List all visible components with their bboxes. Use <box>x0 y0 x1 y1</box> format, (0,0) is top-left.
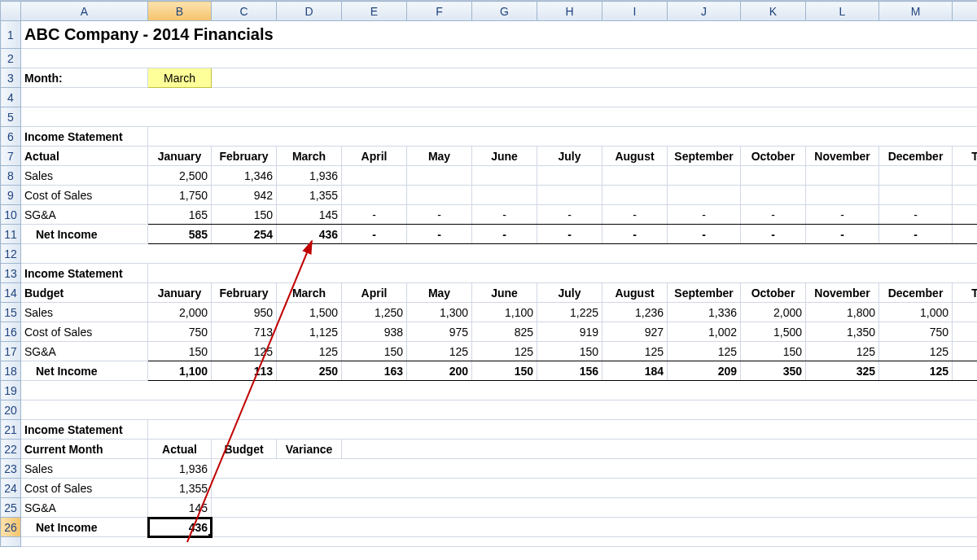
cell[interactable]: 975 <box>407 322 472 342</box>
cell[interactable] <box>472 166 537 186</box>
col-K[interactable]: K <box>741 2 806 21</box>
cell[interactable]: 145 <box>277 205 342 225</box>
cell[interactable]: May <box>407 147 472 166</box>
cell[interactable]: 4,047 <box>953 186 978 205</box>
cell[interactable]: March <box>277 283 342 303</box>
cell[interactable]: 325 <box>806 361 879 381</box>
row-8[interactable]: 8 <box>1 166 21 186</box>
cell[interactable]: 1,500 <box>277 303 342 322</box>
cell[interactable]: August <box>602 147 668 166</box>
cell[interactable]: 1,225 <box>537 303 602 322</box>
cell[interactable]: - <box>602 225 668 244</box>
cell[interactable]: April <box>342 283 407 303</box>
row-17[interactable]: 17 <box>1 342 21 361</box>
col-M[interactable]: M <box>879 2 953 21</box>
row-25[interactable]: 25 <box>1 498 21 518</box>
cell[interactable] <box>741 166 806 186</box>
cell[interactable]: - <box>472 205 537 225</box>
cell[interactable] <box>537 166 602 186</box>
cell[interactable] <box>602 166 668 186</box>
cell[interactable]: 125 <box>407 342 472 361</box>
cell[interactable]: 1,000 <box>879 303 953 322</box>
cell[interactable] <box>806 186 879 205</box>
cell[interactable]: 1,355 <box>277 186 342 205</box>
selected-cell[interactable]: 436 <box>148 518 212 537</box>
cell[interactable]: 927 <box>602 322 668 342</box>
cell[interactable]: 436 <box>277 225 342 244</box>
row-16[interactable]: 16 <box>1 322 21 342</box>
month-cell[interactable]: March <box>148 68 212 88</box>
cell[interactable] <box>342 166 407 186</box>
row-6[interactable]: 6 <box>1 127 21 147</box>
cell[interactable]: 150 <box>148 342 212 361</box>
col-H[interactable]: H <box>537 2 602 21</box>
cell[interactable]: 1,100 <box>148 361 212 381</box>
row-4[interactable]: 4 <box>1 88 21 107</box>
cell[interactable]: November <box>806 147 879 166</box>
cell[interactable]: September <box>668 283 741 303</box>
cell[interactable]: 200 <box>407 361 472 381</box>
col-A[interactable]: A <box>21 2 148 21</box>
cell[interactable]: November <box>806 283 879 303</box>
cell[interactable]: 2,000 <box>148 303 212 322</box>
col-L[interactable]: L <box>806 2 879 21</box>
cell[interactable] <box>537 186 602 205</box>
cell[interactable]: - <box>472 225 537 244</box>
cell[interactable]: - <box>342 225 407 244</box>
cell[interactable]: 1,800 <box>806 303 879 322</box>
cell[interactable]: 1,125 <box>277 322 342 342</box>
row-15[interactable]: 15 <box>1 303 21 322</box>
cell[interactable]: Total <box>953 147 978 166</box>
val-cost-c[interactable]: 1,355 <box>148 479 212 498</box>
cell[interactable]: 2,500 <box>148 166 212 186</box>
cell[interactable]: 125 <box>879 361 953 381</box>
cell[interactable] <box>407 186 472 205</box>
cell[interactable]: 5,782 <box>953 166 978 186</box>
cell[interactable]: August <box>602 283 668 303</box>
cell[interactable]: February <box>212 283 277 303</box>
val-sales-c[interactable]: 1,936 <box>148 459 212 479</box>
cell[interactable]: 125 <box>879 342 953 361</box>
row-3[interactable]: 3 <box>1 68 21 88</box>
cell[interactable]: - <box>537 225 602 244</box>
cell[interactable]: 184 <box>602 361 668 381</box>
cell[interactable]: 585 <box>148 225 212 244</box>
cell[interactable] <box>879 186 953 205</box>
cell[interactable]: 3,324 <box>953 361 978 381</box>
cell[interactable]: June <box>472 147 537 166</box>
cell[interactable]: 460 <box>953 205 978 225</box>
cell[interactable]: 1,500 <box>741 322 806 342</box>
row-7[interactable]: 7 <box>1 147 21 166</box>
row-5[interactable]: 5 <box>1 107 21 127</box>
cell[interactable] <box>668 186 741 205</box>
row-21[interactable]: 21 <box>1 420 21 440</box>
cell[interactable]: 165 <box>148 205 212 225</box>
cell[interactable] <box>407 166 472 186</box>
cell[interactable]: 1,236 <box>602 303 668 322</box>
cell[interactable]: July <box>537 147 602 166</box>
column-headers[interactable]: A B C D E F G H I J K L M N <box>1 2 978 21</box>
cell[interactable]: 1,346 <box>212 166 277 186</box>
col-C[interactable]: C <box>212 2 277 21</box>
row-12[interactable]: 12 <box>1 244 21 264</box>
cell[interactable]: 113 <box>212 361 277 381</box>
row-19[interactable]: 19 <box>1 381 21 400</box>
cell[interactable]: 713 <box>212 322 277 342</box>
cell[interactable]: July <box>537 283 602 303</box>
row-9[interactable]: 9 <box>1 186 21 205</box>
cell[interactable]: 1,250 <box>342 303 407 322</box>
cell[interactable]: 125 <box>668 342 741 361</box>
cell[interactable] <box>342 186 407 205</box>
cell[interactable]: 919 <box>537 322 602 342</box>
cell[interactable]: 150 <box>537 342 602 361</box>
cell[interactable]: 350 <box>741 361 806 381</box>
cell[interactable]: 750 <box>148 322 212 342</box>
cell[interactable]: 2,000 <box>741 303 806 322</box>
cell[interactable]: 1,936 <box>277 166 342 186</box>
cell[interactable]: 1,336 <box>668 303 741 322</box>
cell[interactable]: May <box>407 283 472 303</box>
cell[interactable]: December <box>879 283 953 303</box>
col-F[interactable]: F <box>407 2 472 21</box>
cell[interactable]: January <box>148 147 212 166</box>
row-23[interactable]: 23 <box>1 459 21 479</box>
